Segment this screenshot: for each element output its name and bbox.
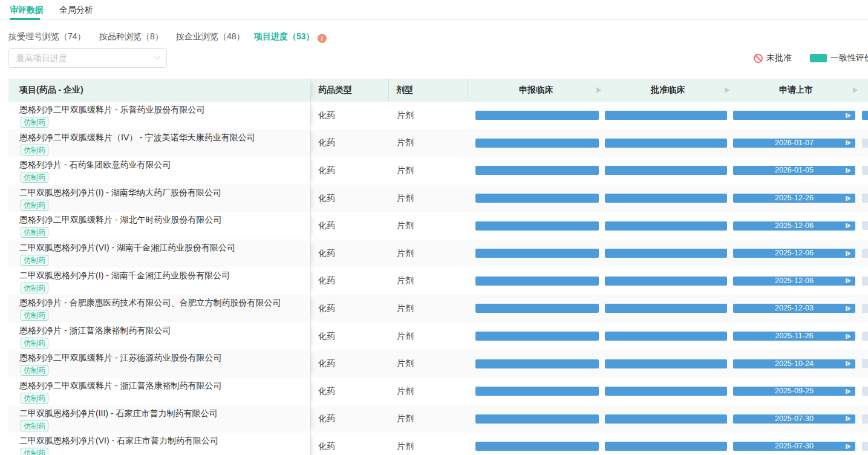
approve-clinical-progress-bar[interactable] bbox=[605, 166, 727, 175]
apply-listing-progress-bar[interactable]: 2025-12-26 bbox=[733, 194, 855, 203]
approve-clinical-cell bbox=[605, 295, 733, 322]
apply-listing-cell: 2025-09-25 bbox=[733, 378, 861, 405]
project-name[interactable]: 二甲双胍恩格列净片(VI) - 湖南千金湘江药业股份有限公司 bbox=[19, 242, 310, 254]
apply-listing-progress-bar[interactable]: 2025-09-25 bbox=[733, 387, 855, 396]
approve-clinical-progress-bar[interactable] bbox=[605, 277, 727, 286]
project-name[interactable]: 恩格列净二甲双胍缓释片 - 乐普药业股份有限公司 bbox=[19, 104, 310, 116]
approve-clinical-progress-bar[interactable] bbox=[605, 304, 727, 313]
next-stage-progress-fragment bbox=[862, 194, 868, 203]
declare-clinical-progress-bar[interactable] bbox=[475, 414, 599, 424]
project-name[interactable]: 恩格列净二甲双胍缓释片 - 浙江普洛康裕制药有限公司 bbox=[19, 380, 310, 391]
table-row[interactable]: 二甲双胍恩格列净片(III) - 石家庄市普力制药有限公司 仿制药 化药 片剂 … bbox=[8, 405, 868, 433]
next-stage-cell bbox=[861, 350, 868, 378]
declare-clinical-progress-bar[interactable] bbox=[475, 221, 599, 231]
apply-listing-progress-bar[interactable]: 2025-12-03 bbox=[733, 304, 855, 313]
header-dosage-form: 剂型 bbox=[388, 79, 468, 102]
table-row[interactable]: 恩格列净片 - 合肥康惠医药技术有限公司、合肥立方制药股份有限公司 仿制药 化药… bbox=[8, 295, 868, 322]
declare-clinical-progress-bar[interactable] bbox=[475, 332, 599, 341]
table-row[interactable]: 二甲双胍恩格列净片(VI) - 湖南千金湘江药业股份有限公司 仿制药 化药 片剂… bbox=[8, 240, 868, 267]
project-name[interactable]: 恩格列净二甲双胍缓释片（IV） - 宁波美诺华天康药业有限公司 bbox=[19, 132, 310, 143]
apply-listing-progress-bar[interactable]: 2025-12-06 bbox=[733, 249, 855, 258]
approve-clinical-progress-bar[interactable] bbox=[605, 442, 727, 451]
active-tab-underline bbox=[10, 18, 40, 20]
approve-clinical-progress-bar[interactable] bbox=[605, 139, 727, 148]
next-stage-cell bbox=[861, 240, 868, 267]
apply-listing-progress-bar[interactable]: 2026-01-07 bbox=[733, 139, 855, 148]
stage-arrow-icon[interactable] bbox=[596, 87, 601, 93]
stage-arrow-icon[interactable] bbox=[725, 87, 729, 93]
apply-listing-progress-bar[interactable] bbox=[733, 111, 855, 120]
stage-arrow-icon[interactable] bbox=[853, 87, 858, 93]
apply-listing-progress-bar[interactable]: 2025-12-06 bbox=[733, 221, 855, 231]
table-row[interactable]: 恩格列净二甲双胍缓释片 - 湖北午时药业股份有限公司 仿制药 化药 片剂 202… bbox=[8, 212, 868, 240]
declare-clinical-progress-bar[interactable] bbox=[475, 194, 599, 203]
declare-clinical-progress-bar[interactable] bbox=[475, 442, 599, 451]
header-declare-clinical-label: 申报临床 bbox=[519, 85, 553, 96]
table-row[interactable]: 恩格列净二甲双胍缓释片（IV） - 宁波美诺华天康药业有限公司 仿制药 化药 片… bbox=[8, 129, 868, 157]
declare-clinical-progress-bar[interactable] bbox=[475, 139, 599, 148]
listing-date: 2025-12-06 bbox=[775, 249, 814, 258]
approve-clinical-progress-bar[interactable] bbox=[605, 111, 727, 120]
apply-listing-progress-bar[interactable]: 2025-07-30 bbox=[733, 414, 855, 424]
project-name[interactable]: 恩格列净二甲双胍缓释片 - 湖北午时药业股份有限公司 bbox=[19, 214, 310, 226]
approve-clinical-progress-bar[interactable] bbox=[605, 221, 727, 231]
subtab-project-progress-label: 项目进度（53） bbox=[254, 31, 315, 41]
header-apply-listing-label: 申请上市 bbox=[779, 85, 813, 96]
approve-clinical-cell bbox=[605, 157, 733, 185]
declare-clinical-progress-bar[interactable] bbox=[475, 387, 599, 396]
info-icon[interactable]: i bbox=[318, 34, 327, 43]
drug-type-cell: 化药 bbox=[311, 102, 390, 129]
table-row[interactable]: 恩格列净二甲双胍缓释片 - 浙江普洛康裕制药有限公司 仿制药 化药 片剂 202… bbox=[8, 378, 868, 405]
table-row[interactable]: 二甲双胍恩格列净片(Ⅰ) - 湖南千金湘江药业股份有限公司 仿制药 化药 片剂 … bbox=[8, 267, 868, 295]
approve-clinical-progress-bar[interactable] bbox=[605, 387, 727, 396]
table-row[interactable]: 二甲双胍恩格列净片(Ⅰ) - 湖南华纳大药厂股份有限公司 仿制药 化药 片剂 2… bbox=[8, 185, 868, 212]
apply-listing-progress-bar[interactable]: 2025-11-26 bbox=[733, 332, 855, 341]
apply-listing-cell: 2025-12-26 bbox=[733, 185, 861, 212]
apply-listing-cell: 2025-12-06 bbox=[733, 267, 861, 295]
project-name[interactable]: 恩格列净片 - 石药集团欧意药业有限公司 bbox=[19, 159, 310, 171]
project-name[interactable]: 二甲双胍恩格列净片(III) - 石家庄市普力制药有限公司 bbox=[19, 408, 310, 419]
declare-clinical-progress-bar[interactable] bbox=[475, 249, 599, 258]
subtab-by-acceptance-number[interactable]: 按受理号浏览（74） bbox=[8, 31, 86, 42]
approve-clinical-progress-bar[interactable] bbox=[605, 249, 727, 258]
subtab-by-company[interactable]: 按企业浏览（48） bbox=[176, 31, 245, 42]
next-stage-progress-fragment bbox=[862, 304, 868, 313]
table-row[interactable]: 恩格列净片 - 石药集团欧意药业有限公司 仿制药 化药 片剂 2026-01-0… bbox=[8, 157, 868, 185]
listing-date: 2025-12-03 bbox=[775, 304, 814, 313]
project-cell: 恩格列净片 - 石药集团欧意药业有限公司 仿制药 bbox=[8, 157, 311, 185]
tab-global-analysis[interactable]: 全局分析 bbox=[59, 5, 93, 16]
project-name[interactable]: 二甲双胍恩格列净片(Ⅰ) - 湖南千金湘江药业股份有限公司 bbox=[19, 270, 310, 281]
subtab-by-variety[interactable]: 按品种浏览（8） bbox=[99, 31, 163, 42]
project-name[interactable]: 恩格列净片 - 合肥康惠医药技术有限公司、合肥立方制药股份有限公司 bbox=[19, 297, 310, 309]
project-name[interactable]: 二甲双胍恩格列净片(VI) - 石家庄市普力制药有限公司 bbox=[19, 435, 310, 447]
next-stage-progress-fragment bbox=[862, 359, 868, 368]
apply-listing-progress-bar[interactable]: 2025-10-24 bbox=[733, 359, 855, 368]
approve-clinical-progress-bar[interactable] bbox=[605, 332, 727, 341]
table-row[interactable]: 恩格列净二甲双胍缓释片 - 乐普药业股份有限公司 仿制药 化药 片剂 bbox=[8, 102, 868, 129]
table-row[interactable]: 二甲双胍恩格列净片(VI) - 石家庄市普力制药有限公司 仿制药 化药 片剂 2… bbox=[8, 433, 868, 455]
approve-clinical-progress-bar[interactable] bbox=[605, 359, 727, 368]
approve-clinical-progress-bar[interactable] bbox=[605, 414, 727, 424]
table-row[interactable]: 恩格列净二甲双胍缓释片 - 江苏德源药业股份有限公司 仿制药 化药 片剂 202… bbox=[8, 350, 868, 378]
project-name[interactable]: 恩格列净二甲双胍缓释片 - 江苏德源药业股份有限公司 bbox=[19, 352, 310, 364]
declare-clinical-progress-bar[interactable] bbox=[475, 359, 599, 368]
declare-clinical-progress-bar[interactable] bbox=[475, 277, 599, 286]
subtab-project-progress[interactable]: 项目进度（53）i bbox=[254, 31, 327, 43]
approve-clinical-progress-bar[interactable] bbox=[605, 194, 727, 203]
max-progress-select[interactable]: 最高项目进度 bbox=[8, 48, 167, 68]
step-forward-icon bbox=[846, 278, 851, 283]
project-name[interactable]: 恩格列净片 - 浙江普洛康裕制药有限公司 bbox=[19, 325, 310, 336]
apply-listing-progress-bar[interactable]: 2025-07-30 bbox=[733, 442, 855, 451]
project-name[interactable]: 二甲双胍恩格列净片(Ⅰ) - 湖南华纳大药厂股份有限公司 bbox=[19, 187, 310, 198]
apply-listing-progress-bar[interactable]: 2025-12-06 bbox=[733, 277, 855, 286]
next-stage-cell bbox=[861, 405, 868, 433]
tab-review-data[interactable]: 审评数据 bbox=[10, 5, 44, 16]
table-row[interactable]: 恩格列净片 - 浙江普洛康裕制药有限公司 仿制药 化药 片剂 2025-11-2… bbox=[8, 322, 868, 350]
consistency-bar-swatch bbox=[810, 54, 827, 62]
declare-clinical-progress-bar[interactable] bbox=[475, 166, 599, 175]
declare-clinical-progress-bar[interactable] bbox=[475, 111, 599, 120]
dosage-form-cell: 片剂 bbox=[390, 102, 469, 129]
step-forward-icon bbox=[846, 113, 851, 118]
declare-clinical-progress-bar[interactable] bbox=[475, 304, 599, 313]
apply-listing-progress-bar[interactable]: 2026-01-05 bbox=[733, 166, 855, 175]
